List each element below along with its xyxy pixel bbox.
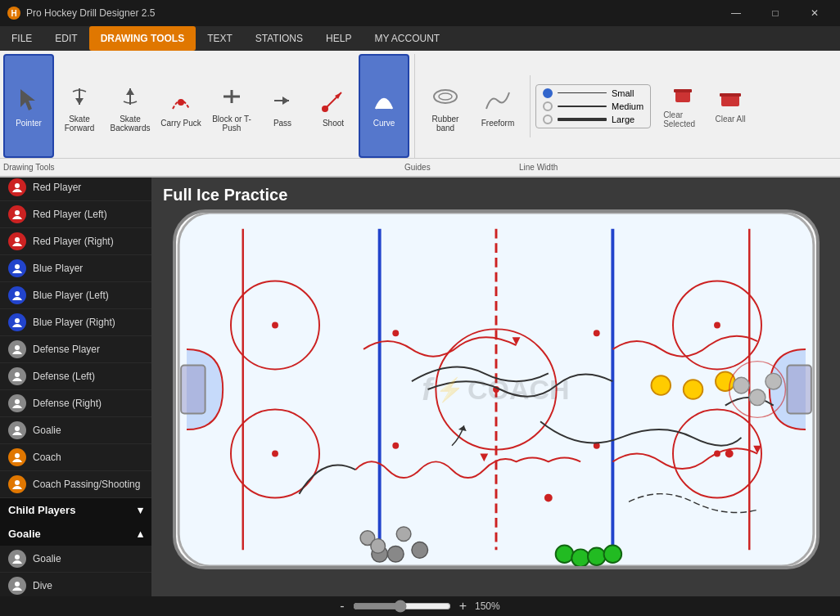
svg-point-82 xyxy=(544,494,552,502)
player-color-red-player-left xyxy=(8,205,26,223)
maximize-button[interactable]: □ xyxy=(756,0,794,26)
child-players-section[interactable]: Child Players▾ xyxy=(0,498,151,522)
menu-item-my-account[interactable]: MY ACCOUNT xyxy=(363,26,451,51)
player-color-coach-passing xyxy=(8,475,26,493)
block-or-tpush-button[interactable]: Block or T-Push xyxy=(206,54,257,158)
svg-point-67 xyxy=(733,377,749,393)
sidebar-item-red-player-right[interactable]: Red Player (Right) xyxy=(0,228,151,255)
line-width-large[interactable]: Large xyxy=(543,115,635,124)
svg-point-46 xyxy=(272,451,278,457)
main-content: Green Player (Left) Green Player (Right)… xyxy=(0,178,840,596)
carry-puck-button[interactable]: Carry Puck xyxy=(156,54,206,158)
skate-backwards-icon xyxy=(114,80,147,113)
svg-point-22 xyxy=(15,237,20,242)
menu-item-edit[interactable]: EDIT xyxy=(43,26,88,51)
svg-point-23 xyxy=(15,264,20,269)
sidebar-item-blue-player-right[interactable]: Blue Player (Right) xyxy=(0,309,151,336)
zoom-minus[interactable]: - xyxy=(340,599,344,614)
toolbar-labels: Drawing Tools Guides Line Width xyxy=(0,158,840,176)
pass-button[interactable]: Pass xyxy=(257,54,308,158)
zoom-plus[interactable]: + xyxy=(459,599,467,614)
curve-icon xyxy=(368,84,400,117)
menu-item-stations[interactable]: STATIONS xyxy=(244,26,314,51)
clear-all-button[interactable]: Clear All xyxy=(707,54,754,158)
pointer-button[interactable]: Pointer xyxy=(3,54,54,158)
menu-item-file[interactable]: FILE xyxy=(0,26,43,51)
svg-rect-16 xyxy=(721,95,739,106)
freeform-button[interactable]: Freeform xyxy=(472,79,523,133)
sidebar-item-blue-player[interactable]: Blue Player xyxy=(0,255,151,282)
app-title: Pro Hockey Drill Designer 2.5 xyxy=(26,7,717,19)
rubber-band-icon xyxy=(429,80,462,113)
close-button[interactable]: ✕ xyxy=(796,0,833,26)
sidebar-label-red-player: Red Player xyxy=(33,182,81,193)
minimize-button[interactable]: — xyxy=(717,0,755,26)
player-color-goalie-sub xyxy=(8,550,26,568)
svg-point-81 xyxy=(725,450,733,458)
player-color-defense-player xyxy=(8,340,26,358)
line-width-label: Line Width xyxy=(519,163,601,172)
skate-forward-button[interactable]: Skate Forward xyxy=(54,54,105,158)
svg-rect-15 xyxy=(674,89,692,92)
player-color-blue-player-left xyxy=(8,286,26,304)
player-color-blue-player-right xyxy=(8,313,26,331)
sidebar-item-defense-player[interactable]: Defense Player xyxy=(0,336,151,363)
practice-title: Full Ice Practice xyxy=(163,186,287,205)
menu-item-text[interactable]: TEXT xyxy=(196,26,244,51)
sidebar-label-blue-player-left: Blue Player (Left) xyxy=(33,290,109,301)
svg-marker-9 xyxy=(282,97,289,105)
sidebar-item-red-player[interactable]: Red Player xyxy=(0,178,151,201)
sidebar-item-defense-right[interactable]: Defense (Right) xyxy=(0,390,151,417)
svg-point-66 xyxy=(411,542,427,559)
sidebar-label-goalie: Goalie xyxy=(33,425,61,436)
menu-item-drawing-tools[interactable]: DRAWING TOOLS xyxy=(89,26,196,51)
radio-small xyxy=(543,88,553,98)
svg-point-76 xyxy=(396,527,411,542)
curve-button[interactable]: Curve xyxy=(359,54,409,158)
svg-point-54 xyxy=(392,330,399,336)
svg-point-25 xyxy=(15,318,20,323)
svg-point-30 xyxy=(15,453,20,458)
svg-point-32 xyxy=(15,555,20,560)
sidebar-item-coach[interactable]: Coach xyxy=(0,444,151,471)
rubber-band-button[interactable]: Rubber band xyxy=(420,75,471,137)
skate-forward-icon xyxy=(63,80,96,113)
canvas-area[interactable]: Full Ice Practice xyxy=(151,178,840,596)
shoot-icon xyxy=(317,84,350,117)
sidebar-item-red-player-left[interactable]: Red Player (Left) xyxy=(0,201,151,228)
sidebar-item-coach-passing[interactable]: Coach Passing/Shooting xyxy=(0,471,151,498)
rink-container[interactable]: f ⚡ COACH xyxy=(173,209,820,569)
svg-point-12 xyxy=(434,90,457,103)
shoot-button[interactable]: Shoot xyxy=(308,54,359,158)
svg-point-21 xyxy=(15,210,20,215)
sidebar-label-defense-right: Defense (Right) xyxy=(33,398,102,409)
goalie-section[interactable]: Goalie▴ xyxy=(0,522,151,546)
sidebar-label-defense-left: Defense (Left) xyxy=(33,371,95,382)
skate-backwards-button[interactable]: Skate Backwards xyxy=(105,54,156,158)
line-width-medium[interactable]: Medium xyxy=(543,101,644,111)
sidebar-item-goalie-sub[interactable]: Goalie xyxy=(0,546,151,573)
zoom-slider[interactable] xyxy=(353,600,451,613)
sidebar-item-defense-left[interactable]: Defense (Left) xyxy=(0,363,151,390)
sidebar-item-blue-player-left[interactable]: Blue Player (Left) xyxy=(0,282,151,309)
svg-point-63 xyxy=(716,371,735,391)
sidebar-label-blue-player: Blue Player xyxy=(33,263,83,274)
sidebar-item-dive[interactable]: Dive xyxy=(0,573,151,596)
sidebar-item-goalie[interactable]: Goalie xyxy=(0,417,151,444)
svg-point-61 xyxy=(651,375,671,395)
line-width-small[interactable]: Small xyxy=(543,88,635,98)
menu-bar: FILEEDITDRAWING TOOLSTEXTSTATIONSHELPMY … xyxy=(0,26,840,51)
svg-point-72 xyxy=(587,547,605,565)
svg-point-26 xyxy=(15,345,20,350)
player-color-coach xyxy=(8,448,26,466)
radio-large xyxy=(543,115,553,124)
menu-item-help[interactable]: HELP xyxy=(314,26,363,51)
svg-point-44 xyxy=(272,322,278,329)
sidebar: Green Player (Left) Green Player (Right)… xyxy=(0,178,151,596)
clear-selected-button[interactable]: Clear Selected xyxy=(659,54,707,158)
svg-point-27 xyxy=(15,372,20,377)
player-color-dive xyxy=(8,577,26,595)
clear-group: Clear Selected Clear All xyxy=(659,54,759,158)
svg-point-62 xyxy=(683,380,702,399)
sidebar-label-dive: Dive xyxy=(33,580,52,591)
